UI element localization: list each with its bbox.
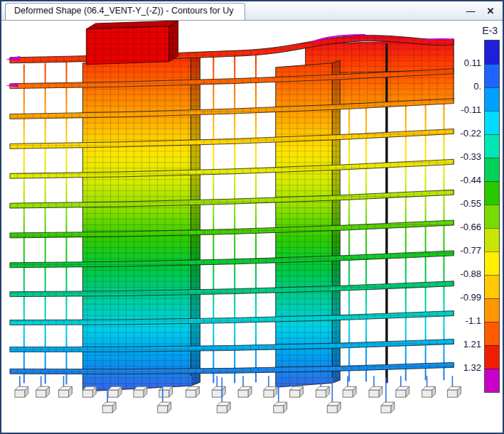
legend-band xyxy=(485,205,499,228)
roof-penthouse xyxy=(86,21,178,65)
legend-tick: 1.32 xyxy=(463,362,481,374)
support xyxy=(264,376,277,397)
minimize-button[interactable]: — xyxy=(461,4,480,18)
legend-tick: -0.44 xyxy=(460,175,481,186)
tower-core-left xyxy=(82,54,200,391)
legend-tick: 0.11 xyxy=(464,58,481,69)
legend-band xyxy=(485,275,499,298)
viewport-window: Deformed Shape (06.4_VENT-Y_(-Z)) - Cont… xyxy=(0,0,504,434)
legend-scale: 0.110.-0.11-0.22-0.33-0.44-0.55-0.66-0.7… xyxy=(454,40,500,391)
model-canvas[interactable] xyxy=(1,21,503,433)
legend-tick: -0.77 xyxy=(460,245,481,256)
legend-band xyxy=(485,345,499,369)
legend-tick: -0.99 xyxy=(460,292,481,303)
legend-band xyxy=(485,181,499,205)
legend-tick: -0.88 xyxy=(460,268,481,280)
close-button[interactable]: ✕ xyxy=(481,4,500,18)
legend-unit-label: E-3 xyxy=(454,25,500,36)
legend-tick: 0. xyxy=(473,81,481,92)
legend-band xyxy=(485,111,499,134)
titlebar-buttons: — ✕ xyxy=(461,1,503,20)
legend-tick-labels: 0.110.-0.11-0.22-0.33-0.44-0.55-0.66-0.7… xyxy=(454,40,481,391)
legend-band xyxy=(485,64,499,87)
legend-band xyxy=(485,134,499,158)
support xyxy=(369,376,382,397)
legend-tick: 1.21 xyxy=(463,339,481,350)
legend-tick: -0.55 xyxy=(460,198,481,210)
window-title: Deformed Shape (06.4_VENT-Y_(-Z)) - Cont… xyxy=(5,3,245,20)
support xyxy=(36,376,50,397)
support xyxy=(396,376,409,397)
window-titlebar: Deformed Shape (06.4_VENT-Y_(-Z)) - Cont… xyxy=(1,1,503,21)
legend-band xyxy=(485,40,499,64)
contour-legend: E-3 0.110.-0.11-0.22-0.33-0.44-0.55-0.66… xyxy=(454,25,500,391)
legend-band xyxy=(485,251,499,275)
legend-band xyxy=(485,228,499,251)
magenta-edge-accent xyxy=(426,39,454,40)
legend-tick: -0.33 xyxy=(460,151,481,163)
support xyxy=(59,376,73,397)
support xyxy=(238,376,252,397)
legend-band xyxy=(485,322,499,345)
magenta-tip xyxy=(6,56,20,61)
support xyxy=(15,376,28,397)
legend-tick: -0.66 xyxy=(460,222,481,233)
legend-band xyxy=(485,298,499,322)
legend-tick: -0.22 xyxy=(460,128,481,139)
legend-band xyxy=(485,158,499,181)
legend-band xyxy=(485,369,499,392)
base-supports xyxy=(15,376,461,413)
model-view-area: E-3 0.110.-0.11-0.22-0.33-0.44-0.55-0.66… xyxy=(1,21,503,433)
legend-color-bar xyxy=(484,40,500,393)
support xyxy=(422,376,436,397)
legend-band xyxy=(485,87,499,111)
legend-tick: -0.11 xyxy=(461,104,481,116)
legend-tick: -1.1 xyxy=(466,315,481,327)
